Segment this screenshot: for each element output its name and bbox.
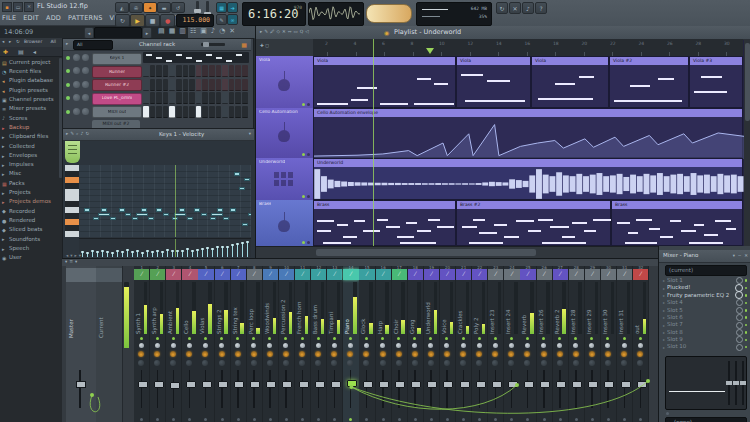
- rack-grid-icon[interactable]: ▦: [241, 41, 247, 48]
- playlist-view-icon[interactable]: ▤: [158, 27, 165, 37]
- channel-pan-knob[interactable]: [73, 67, 80, 74]
- pattern-clip[interactable]: Viola #3: [689, 56, 743, 108]
- fader-cap[interactable]: [347, 380, 357, 387]
- browser-tree-item[interactable]: ◔ Recent files: [0, 67, 62, 76]
- strip-sep-knob[interactable]: [299, 351, 305, 357]
- channel-pan-knob[interactable]: [73, 108, 80, 115]
- track-rec-led[interactable]: [307, 241, 310, 244]
- strip-sep-knob[interactable]: [396, 351, 402, 357]
- note[interactable]: [234, 172, 240, 176]
- velocity-stem[interactable]: [157, 251, 158, 257]
- piano-key[interactable]: [65, 189, 79, 195]
- slot-enable-led[interactable]: [745, 302, 748, 305]
- step-cell[interactable]: [229, 65, 235, 77]
- fader-track[interactable]: [189, 370, 191, 408]
- slot-selector[interactable]: (current): [665, 265, 747, 276]
- mixer-strip[interactable]: 4⁄Cello: [182, 266, 198, 422]
- step-cell[interactable]: [183, 79, 189, 91]
- strip-link-led[interactable]: [430, 418, 433, 421]
- strip-mute-led[interactable]: [268, 337, 271, 340]
- output-selector[interactable]: ▸ (none): [665, 417, 747, 422]
- browser-tree-item[interactable]: ▸ Speech: [0, 244, 62, 253]
- track-header[interactable]: Brass: [256, 200, 314, 246]
- song-loop-button[interactable]: ↻: [115, 14, 130, 27]
- fader-cap[interactable]: [331, 381, 341, 388]
- note[interactable]: [223, 217, 229, 221]
- strip-pan-knob[interactable]: [477, 343, 482, 348]
- strip-sep-knob[interactable]: [219, 351, 225, 357]
- mixer-strip[interactable]: 28⁄Insert 28: [569, 266, 585, 422]
- fader-cap[interactable]: [282, 381, 292, 388]
- fader-track[interactable]: [318, 370, 320, 408]
- wait-input-button[interactable]: ✇: [129, 2, 143, 13]
- browser-tree-item[interactable]: ▸ Collected: [0, 142, 62, 151]
- step-cell[interactable]: [202, 106, 208, 118]
- strip-stereo-knob[interactable]: [476, 360, 482, 366]
- step-cell[interactable]: [216, 92, 222, 104]
- step-cell[interactable]: [209, 79, 215, 91]
- strip-pan-knob[interactable]: [300, 343, 305, 348]
- strip-mute-led[interactable]: [236, 337, 239, 340]
- slot-enable-led[interactable]: [745, 279, 748, 282]
- strip-link-led[interactable]: [510, 418, 513, 421]
- step-cell[interactable]: [189, 65, 195, 77]
- strip-link-led[interactable]: [172, 418, 175, 421]
- note[interactable]: [93, 217, 99, 221]
- fader-cap[interactable]: [138, 381, 148, 388]
- step-cell[interactable]: [209, 65, 215, 77]
- channel-name-button[interactable]: MIDI out: [92, 106, 142, 118]
- strip-link-led[interactable]: [237, 418, 240, 421]
- channel-name-button[interactable]: MIDI out #2: [92, 120, 140, 129]
- browser-tree-item[interactable]: ▸ Soundfonts: [0, 235, 62, 244]
- fader-track[interactable]: [302, 370, 304, 408]
- strip-mute-led[interactable]: [349, 337, 352, 340]
- pattern-clip[interactable]: Viola: [456, 56, 531, 108]
- strip-link-led[interactable]: [623, 418, 626, 421]
- fader-track[interactable]: [79, 370, 81, 408]
- strip-mute-led[interactable]: [156, 337, 159, 340]
- track-mute-led[interactable]: [302, 195, 305, 198]
- step-cell[interactable]: [229, 92, 235, 104]
- strip-stereo-knob[interactable]: [219, 360, 225, 366]
- browser-tree-item[interactable]: ♪ Scores: [0, 114, 62, 123]
- track-header[interactable]: Underworld: [256, 158, 314, 200]
- browser-tree-item[interactable]: ▸ Backup: [0, 123, 62, 132]
- slot-mix-knob[interactable]: [736, 344, 743, 351]
- velocity-stem[interactable]: [237, 244, 238, 257]
- fader-cap[interactable]: [154, 381, 164, 388]
- step-cell[interactable]: [216, 106, 222, 118]
- fader-cap[interactable]: [604, 381, 614, 388]
- velocity-stem[interactable]: [212, 249, 213, 257]
- countdown-button[interactable]: ✦: [143, 2, 157, 13]
- mixer-menu-icons[interactable]: ▾≡▾: [65, 260, 79, 265]
- step-cell[interactable]: [150, 65, 156, 77]
- strip-pan-knob[interactable]: [187, 343, 192, 348]
- strip-stereo-knob[interactable]: [331, 360, 337, 366]
- browser-tree-item[interactable]: ▤ Current project: [0, 58, 62, 67]
- fader-track[interactable]: [495, 370, 497, 408]
- strip-header[interactable]: ⁄: [424, 269, 439, 280]
- channel-enable-led[interactable]: [66, 96, 70, 100]
- step-cell[interactable]: [189, 79, 195, 91]
- typing-keyboard-button[interactable]: ▦: [216, 2, 227, 13]
- strip-stereo-knob[interactable]: [154, 360, 160, 366]
- playlist-playhead[interactable]: [373, 39, 374, 246]
- mixer-strip[interactable]: 21⁄Crackles: [456, 266, 472, 422]
- strip-pan-knob[interactable]: [622, 343, 627, 348]
- strip-pan-knob[interactable]: [573, 343, 578, 348]
- slot-mix-knob[interactable]: [736, 322, 743, 329]
- strip-stereo-knob[interactable]: [251, 360, 257, 366]
- strip-pan-knob[interactable]: [364, 343, 369, 348]
- plugin-slot[interactable]: ▸ Fruity parametric EQ 2: [661, 292, 749, 299]
- fader-cap[interactable]: [363, 381, 373, 388]
- strip-mute-led[interactable]: [172, 337, 175, 340]
- browser-fwd-icon[interactable]: ▸: [9, 40, 11, 45]
- strip-link-led[interactable]: [140, 418, 143, 421]
- pattern-clip[interactable]: Underworld: [313, 158, 743, 200]
- piano-key[interactable]: [65, 201, 79, 207]
- step-cell[interactable]: [235, 106, 241, 118]
- velocity-stem[interactable]: [202, 249, 203, 257]
- fader-cap[interactable]: [524, 381, 534, 388]
- strip-sep-knob[interactable]: [331, 351, 337, 357]
- channel-pan-knob[interactable]: [73, 94, 80, 101]
